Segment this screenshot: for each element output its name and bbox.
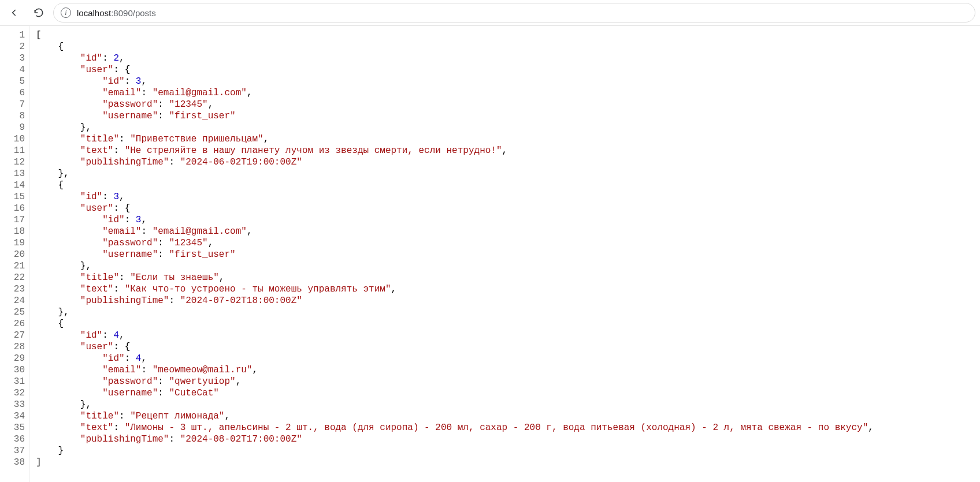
- line-number: 34: [0, 410, 25, 422]
- code-line: },: [36, 260, 980, 272]
- url-host: localhost: [77, 8, 111, 18]
- line-number: 19: [0, 237, 25, 249]
- code-line: "username": "first_user": [36, 249, 980, 260]
- json-content[interactable]: [ { "id": 2, "user": { "id": 3, "email":…: [30, 26, 980, 482]
- line-number: 28: [0, 341, 25, 353]
- code-line: "user": {: [36, 203, 980, 214]
- arrow-left-icon: [9, 7, 20, 18]
- code-line: "publishingTime": "2024-07-02T18:00:00Z": [36, 295, 980, 307]
- line-number: 23: [0, 283, 25, 295]
- line-number: 1: [0, 29, 25, 41]
- code-line: "text": "Как что-то устроено - ты можешь…: [36, 283, 980, 295]
- code-line: "publishingTime": "2024-06-02T19:00:00Z": [36, 156, 980, 168]
- line-number: 18: [0, 226, 25, 237]
- code-line: "id": 3,: [36, 214, 980, 226]
- code-line: },: [36, 122, 980, 133]
- line-number: 12: [0, 156, 25, 168]
- code-line: },: [36, 399, 980, 410]
- code-line: "password": "qwertyuiop",: [36, 376, 980, 387]
- code-line: "username": "CuteCat": [36, 387, 980, 399]
- code-line: "user": {: [36, 64, 980, 76]
- line-number: 24: [0, 295, 25, 307]
- code-line: [: [36, 29, 980, 41]
- code-line: ]: [36, 457, 980, 468]
- line-number-gutter: 1234567891011121314151617181920212223242…: [0, 26, 30, 482]
- back-button[interactable]: [5, 3, 24, 23]
- code-line: {: [36, 318, 980, 330]
- line-number: 37: [0, 445, 25, 457]
- line-number: 25: [0, 307, 25, 318]
- line-number: 3: [0, 53, 25, 64]
- url-text: localhost:8090/posts: [77, 8, 156, 18]
- line-number: 36: [0, 434, 25, 445]
- code-line: {: [36, 41, 980, 53]
- code-line: }: [36, 445, 980, 457]
- line-number: 22: [0, 272, 25, 283]
- line-number: 31: [0, 376, 25, 387]
- line-number: 21: [0, 260, 25, 272]
- line-number: 5: [0, 76, 25, 87]
- code-line: "id": 2,: [36, 53, 980, 64]
- url-path: /posts: [133, 8, 156, 18]
- reload-icon: [33, 7, 44, 18]
- code-line: "id": 3,: [36, 191, 980, 203]
- site-info-icon[interactable]: i: [61, 8, 71, 18]
- line-number: 29: [0, 353, 25, 364]
- line-number: 2: [0, 41, 25, 53]
- line-number: 7: [0, 99, 25, 110]
- reload-button[interactable]: [29, 3, 49, 23]
- line-number: 35: [0, 422, 25, 434]
- code-line: "username": "first_user": [36, 110, 980, 122]
- code-line: "text": "Лимоны - 3 шт., апельсины - 2 ш…: [36, 422, 980, 434]
- code-line: },: [36, 168, 980, 180]
- code-line: "id": 4,: [36, 353, 980, 364]
- code-line: "email": "email@gmail.com",: [36, 87, 980, 99]
- line-number: 11: [0, 145, 25, 156]
- line-number: 32: [0, 387, 25, 399]
- line-number: 9: [0, 122, 25, 133]
- line-number: 14: [0, 180, 25, 191]
- line-number: 16: [0, 203, 25, 214]
- json-viewer: 1234567891011121314151617181920212223242…: [0, 25, 980, 482]
- code-line: "id": 4,: [36, 330, 980, 341]
- browser-toolbar: i localhost:8090/posts: [0, 0, 980, 25]
- code-line: "password": "12345",: [36, 237, 980, 249]
- line-number: 6: [0, 87, 25, 99]
- line-number: 27: [0, 330, 25, 341]
- line-number: 8: [0, 110, 25, 122]
- line-number: 17: [0, 214, 25, 226]
- code-line: "title": "Если ты знаешь",: [36, 272, 980, 283]
- line-number: 10: [0, 133, 25, 145]
- code-line: "text": "Не стреляйте в нашу планету луч…: [36, 145, 980, 156]
- code-line: "password": "12345",: [36, 99, 980, 110]
- code-line: "publishingTime": "2024-08-02T17:00:00Z": [36, 434, 980, 445]
- code-line: "id": 3,: [36, 76, 980, 87]
- line-number: 4: [0, 64, 25, 76]
- line-number: 38: [0, 457, 25, 468]
- address-bar[interactable]: i localhost:8090/posts: [53, 3, 975, 23]
- line-number: 33: [0, 399, 25, 410]
- line-number: 15: [0, 191, 25, 203]
- code-line: "title": "Рецепт лимонада",: [36, 410, 980, 422]
- code-line: "email": "email@gmail.com",: [36, 226, 980, 237]
- code-line: "title": "Приветствие пришельцам",: [36, 133, 980, 145]
- code-line: "user": {: [36, 341, 980, 353]
- code-line: {: [36, 180, 980, 191]
- line-number: 20: [0, 249, 25, 260]
- line-number: 26: [0, 318, 25, 330]
- line-number: 30: [0, 364, 25, 376]
- code-line: },: [36, 307, 980, 318]
- url-port: :8090: [111, 8, 133, 18]
- line-number: 13: [0, 168, 25, 180]
- code-line: "email": "meowmeow@mail.ru",: [36, 364, 980, 376]
